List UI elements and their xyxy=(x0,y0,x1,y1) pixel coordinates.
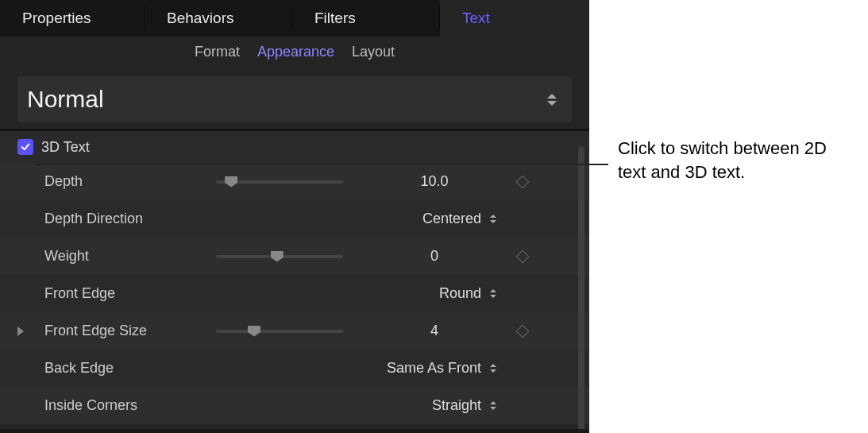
param-row-depth-direction: Depth Direction Centered xyxy=(0,200,589,238)
param-row-front-edge-size: Front Edge Size 4 xyxy=(0,312,589,350)
depth-direction-dropdown[interactable]: Centered xyxy=(367,211,502,227)
front-edge-size-label: Front Edge Size xyxy=(41,323,216,339)
param-row-weight: Weight 0 xyxy=(0,238,589,275)
subtab-appearance[interactable]: Appearance xyxy=(257,44,334,60)
callout-text: Click to switch between 2D text and 3D t… xyxy=(618,137,856,184)
tab-filters[interactable]: Filters xyxy=(292,0,440,37)
inside-corners-dropdown[interactable]: Straight xyxy=(367,397,502,414)
keyframe-icon[interactable] xyxy=(516,249,530,263)
updown-icon xyxy=(488,289,499,298)
slider-thumb[interactable] xyxy=(271,251,284,262)
param-row-front-edge: Front Edge Round xyxy=(0,275,589,312)
tab-text[interactable]: Text xyxy=(440,0,589,37)
front-edge-label: Front Edge xyxy=(41,285,216,302)
scrollbar-thumb[interactable] xyxy=(578,146,584,429)
depth-label: Depth xyxy=(41,173,216,190)
inspector-content: Normal 3D Text Depth 10.0 Depth Directio… xyxy=(0,67,589,429)
depth-value[interactable]: 10.0 xyxy=(367,173,502,190)
inspector-panel: Properties Behaviors Filters Text Format… xyxy=(0,0,589,429)
front-edge-size-slider[interactable] xyxy=(216,323,367,339)
depth-direction-label: Depth Direction xyxy=(41,211,216,227)
3d-text-label: 3D Text xyxy=(41,139,90,156)
inside-corners-label: Inside Corners xyxy=(41,397,216,414)
keyframe-icon[interactable] xyxy=(516,175,530,188)
updown-icon xyxy=(546,94,557,106)
updown-icon xyxy=(488,215,499,223)
weight-slider[interactable] xyxy=(216,249,367,265)
depth-slider[interactable] xyxy=(216,174,367,190)
front-edge-size-value[interactable]: 4 xyxy=(367,323,502,339)
back-edge-dropdown[interactable]: Same As Front xyxy=(367,360,502,377)
checkmark-icon xyxy=(20,141,31,153)
front-edge-dropdown[interactable]: Round xyxy=(367,285,502,302)
preset-label: Normal xyxy=(27,86,104,113)
tab-behaviors[interactable]: Behaviors xyxy=(145,0,292,37)
subtab-layout[interactable]: Layout xyxy=(352,44,395,60)
callout-leader-line xyxy=(37,164,608,165)
preset-dropdown[interactable]: Normal xyxy=(17,76,572,122)
updown-icon xyxy=(488,364,499,373)
subtab-bar: Format Appearance Layout xyxy=(0,37,589,67)
main-tab-bar: Properties Behaviors Filters Text xyxy=(0,0,589,37)
subtab-format[interactable]: Format xyxy=(195,44,240,60)
weight-value[interactable]: 0 xyxy=(367,248,502,265)
3d-text-checkbox[interactable] xyxy=(17,139,33,155)
updown-icon xyxy=(488,401,499,410)
back-edge-label: Back Edge xyxy=(41,360,216,377)
slider-thumb[interactable] xyxy=(225,176,237,188)
weight-label: Weight xyxy=(41,248,216,265)
slider-thumb[interactable] xyxy=(248,326,260,337)
param-row-depth: Depth 10.0 xyxy=(0,163,589,200)
keyframe-icon[interactable] xyxy=(516,324,530,338)
param-row-back-edge: Back Edge Same As Front xyxy=(0,350,589,387)
3d-text-toggle-row: 3D Text xyxy=(0,131,589,163)
param-row-inside-corners: Inside Corners Straight xyxy=(0,387,589,424)
tab-properties[interactable]: Properties xyxy=(0,0,145,37)
disclosure-triangle[interactable] xyxy=(17,327,24,336)
